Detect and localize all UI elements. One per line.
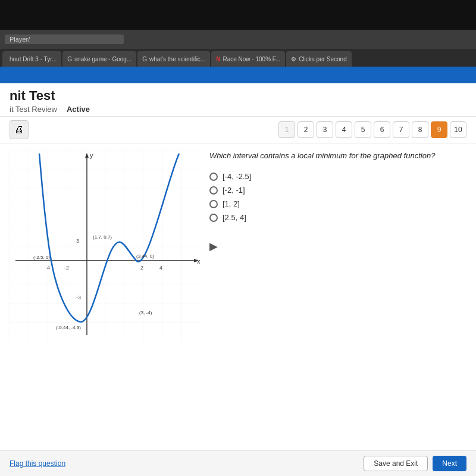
page-header: nit Test it Test Review Active [0, 83, 476, 117]
tab-clicks[interactable]: ⚙ Clicks per Second [286, 51, 352, 67]
tab-label-race: Race Now - 100% F... [223, 56, 280, 62]
option-text-4: [2.5, 4] [223, 213, 246, 222]
tab-label-drift: hout Drift 3 - Tyr... [10, 56, 57, 62]
svg-text:x: x [197, 258, 200, 265]
active-badge: Active [67, 105, 90, 114]
radio-2[interactable] [209, 186, 218, 195]
browser-frame: Player/ hout Drift 3 - Tyr... G snake ga… [0, 0, 476, 476]
q-btn-6[interactable]: 6 [374, 121, 390, 138]
answer-option-2[interactable]: [-2, -1] [209, 186, 466, 195]
q-btn-7-label: 7 [399, 126, 403, 134]
q-btn-2[interactable]: 2 [298, 121, 314, 138]
tab-bar: hout Drift 3 - Tyr... G snake game - Goo… [0, 49, 476, 67]
q-btn-4[interactable]: 4 [336, 121, 352, 138]
answer-option-4[interactable]: [2.5, 4] [209, 213, 466, 222]
footer-row: Flag this question Save and Exit Next [0, 450, 476, 476]
top-dark-bar [0, 0, 476, 30]
tab-scientific[interactable]: G what's the scientific... [137, 51, 210, 67]
tab-icon-clicks: ⚙ [291, 56, 296, 62]
print-icon: 🖨 [14, 124, 24, 135]
q-btn-5[interactable]: 5 [355, 121, 371, 138]
q-btn-1-label: 1 [285, 126, 289, 134]
content-area: nit Test it Test Review Active 🖨 1 2 3 4… [0, 83, 476, 476]
q-btn-2-label: 2 [304, 126, 308, 134]
q-btn-3[interactable]: 3 [317, 121, 333, 138]
svg-text:3: 3 [76, 238, 79, 244]
svg-text:-3: -3 [76, 295, 81, 300]
page-subtitle: it Test Review [10, 105, 57, 114]
next-button[interactable]: Next [433, 456, 466, 471]
tab-drift[interactable]: hout Drift 3 - Tyr... [2, 51, 61, 67]
option-text-2: [-2, -1] [223, 186, 245, 195]
tab-snake[interactable]: G snake game - Goog... [62, 51, 136, 67]
svg-text:(-2.5, 0): (-2.5, 0) [33, 255, 50, 260]
svg-text:(-0.44, -4.3): (-0.44, -4.3) [56, 325, 81, 330]
page-title: nit Test [10, 88, 466, 104]
svg-text:-4: -4 [45, 265, 50, 271]
radio-1[interactable] [209, 173, 218, 181]
tab-icon-snake: G [67, 56, 72, 62]
tab-label-scientific: what's the scientific... [149, 56, 205, 62]
tab-label-clicks: Clicks per Second [299, 56, 347, 62]
cursor-indicator: ▶ [209, 240, 466, 253]
radio-3[interactable] [209, 200, 218, 208]
browser-top-bar: Player/ [0, 30, 476, 49]
svg-text:(1.7, 0.7): (1.7, 0.7) [93, 234, 112, 240]
q-btn-9-label: 9 [437, 126, 441, 134]
answer-option-3[interactable]: [1, 2] [209, 199, 466, 208]
address-bar[interactable]: Player/ [5, 35, 124, 44]
question-nav: 1 2 3 4 5 6 7 8 9 10 [278, 121, 466, 138]
footer-buttons: Save and Exit Next [364, 456, 466, 471]
q-btn-9[interactable]: 9 [431, 121, 447, 138]
question-text-area: Which interval contains a local minimum … [209, 151, 466, 443]
question-area: x y -4 -2 2 4 3 -3 (-2.5, 0) [0, 143, 476, 450]
q-btn-6-label: 6 [380, 126, 384, 134]
toolbar-row: 🖨 1 2 3 4 5 6 7 8 9 10 [0, 117, 476, 143]
flag-link[interactable]: Flag this question [10, 459, 65, 468]
tab-race[interactable]: N Race Now - 100% F... [211, 51, 285, 67]
question-text: Which interval contains a local minimum … [209, 151, 466, 161]
q-btn-8[interactable]: 8 [412, 121, 428, 138]
q-btn-1[interactable]: 1 [278, 121, 295, 138]
graph-svg: x y -4 -2 2 4 3 -3 (-2.5, 0) [10, 151, 200, 341]
q-btn-7[interactable]: 7 [393, 121, 409, 138]
tab-icon-race: N [216, 56, 220, 62]
svg-text:-2: -2 [64, 265, 69, 271]
save-exit-button[interactable]: Save and Exit [364, 456, 428, 471]
q-btn-10[interactable]: 10 [450, 121, 466, 138]
svg-text:4: 4 [159, 265, 162, 271]
q-btn-5-label: 5 [361, 126, 365, 134]
q-btn-3-label: 3 [323, 126, 327, 134]
nav-bar [0, 67, 476, 83]
q-btn-4-label: 4 [342, 126, 346, 134]
option-text-1: [-4, -2.5] [223, 172, 251, 181]
print-button[interactable]: 🖨 [10, 120, 29, 139]
svg-text:(3, -4): (3, -4) [139, 310, 152, 315]
option-text-3: [1, 2] [223, 199, 240, 208]
svg-text:y: y [90, 152, 93, 159]
tab-icon-scientific: G [142, 56, 147, 62]
radio-4[interactable] [209, 214, 218, 222]
tab-label-snake: snake game - Goog... [74, 56, 131, 62]
svg-text:2: 2 [140, 265, 143, 271]
svg-text:(3.44, 0): (3.44, 0) [136, 253, 154, 259]
answer-options: [-4, -2.5] [-2, -1] [1, 2] [2.5, 4] [209, 172, 466, 222]
q-btn-10-label: 10 [454, 126, 462, 134]
graph-container: x y -4 -2 2 4 3 -3 (-2.5, 0) [10, 151, 200, 341]
answer-option-1[interactable]: [-4, -2.5] [209, 172, 466, 181]
q-btn-8-label: 8 [418, 126, 422, 134]
page-subtitle-row: it Test Review Active [10, 105, 466, 114]
svg-rect-1 [10, 151, 200, 341]
